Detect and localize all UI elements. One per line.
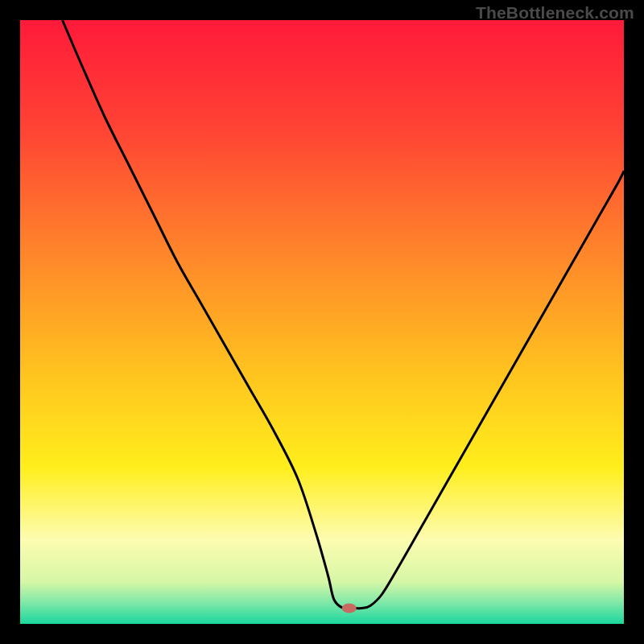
plot-area (20, 20, 624, 624)
gradient-background (20, 20, 624, 624)
chart-frame: TheBottleneck.com (0, 0, 644, 644)
bottleneck-chart-svg (20, 20, 624, 624)
watermark-text: TheBottleneck.com (476, 3, 634, 23)
optimum-marker (342, 604, 357, 613)
